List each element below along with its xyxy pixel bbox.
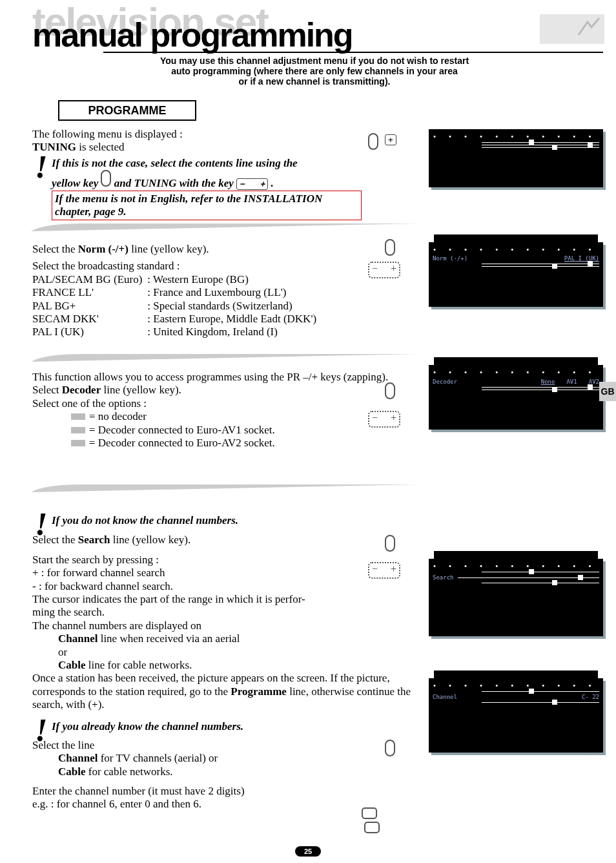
remote-capsule-icon xyxy=(385,740,417,759)
header-corner-icon xyxy=(540,14,604,44)
section-decoder: This function allows you to access progr… xyxy=(32,362,420,450)
s4-l8a: Cable xyxy=(58,659,86,671)
std-code: FRANCE LL' xyxy=(32,286,147,299)
std-desc: : Eastern Europe, Middle Eadt (DKK') xyxy=(147,313,322,326)
s4-l5: The cursor indicates the part of the ran… xyxy=(32,593,305,605)
exclaim-icon: ! xyxy=(35,720,47,740)
s4-l9b: Programme xyxy=(231,685,287,698)
remote-digit-key-icon xyxy=(362,807,394,827)
d4-label: Search xyxy=(433,574,454,581)
s1-emph1b-end: . xyxy=(271,177,273,189)
std-code: SECAM DKK' xyxy=(32,313,147,326)
s4-k3a: Cable xyxy=(58,765,86,778)
exclaim-icon: ! xyxy=(35,514,47,534)
std-desc: : United Kingdom, Ireland (I) xyxy=(147,326,322,338)
s4-l8b: line for cable networks. xyxy=(88,659,192,671)
divider-swoosh xyxy=(31,224,418,233)
s4-k1: Select the line xyxy=(32,739,420,752)
subtitle-line3: or if a new channel is transmitting). xyxy=(239,76,391,87)
s4-k2a: Channel xyxy=(58,752,98,764)
s1-tuning-post: is selected xyxy=(76,141,125,153)
std-desc: : Western Europe (BG) xyxy=(147,273,322,286)
remote-minus-plus-icon xyxy=(368,562,400,581)
remote-minus-plus-icon xyxy=(368,411,400,430)
s4-k4: Enter the channel number (it must have 2… xyxy=(32,785,245,797)
s4-note-unknown: If you do not know the channel numbers. xyxy=(52,514,238,526)
s4-l1b: Search xyxy=(78,534,110,546)
decoder-option: = Decoder connected to Euro-AV1 socket. xyxy=(71,424,420,437)
std-desc: : Special standards (Switzerland) xyxy=(147,300,322,313)
s1-emph1b-mid: and TUNING with the key xyxy=(114,177,236,189)
s4-l7b: line when received via an aerial xyxy=(101,632,240,645)
osd-diagram-channel: • • • • • • • • • • • Channel C- 22 xyxy=(429,678,603,753)
s4-l4: - : for backward channel search. xyxy=(32,580,420,593)
d5-value: C- 22 xyxy=(582,694,599,700)
yellow-key-icon xyxy=(101,170,111,187)
minus-plus-key-icon: − + xyxy=(236,178,268,190)
s4-k2b: for TV channels (aerial) or xyxy=(101,752,218,764)
s4-k3b: for cable networks. xyxy=(88,765,173,778)
d2-label-left: Norm (-/+) xyxy=(433,255,467,262)
s1-redbox: If the menu is not in English, refer to … xyxy=(52,191,362,221)
decoder-option: = Decoder connected to Euro-AV2 socket. xyxy=(71,437,420,450)
osd-diagram-programme: • • • • • • • • • • • xyxy=(429,129,603,187)
page-header: television set manual programming xyxy=(32,0,603,54)
osd-diagram-decoder: • • • • • • • • • • • Decoder None AV1 A… xyxy=(429,365,603,430)
s4-l7c: or xyxy=(58,646,67,658)
osd-diagram-norm: • • • • • • • • • • • Norm (-/+) PAL I (… xyxy=(429,242,603,307)
subtitle-line1: You may use this channel adjustment menu… xyxy=(160,56,469,66)
d3-label: Decoder xyxy=(433,379,457,385)
s1-emph1b-pre: yellow key xyxy=(52,177,101,189)
s4-l1c: line (yellow key). xyxy=(113,534,190,546)
std-code: PAL BG+ xyxy=(32,300,147,313)
section-search: ! If you do not know the channel numbers… xyxy=(32,504,420,811)
std-code: PAL/SECAM BG (Euro) xyxy=(32,273,147,286)
d5-label: Channel xyxy=(433,694,457,700)
std-code: PAL I (UK) xyxy=(32,326,147,338)
s4-l7a: Channel xyxy=(58,632,98,645)
s3-l2b: Decoder xyxy=(62,384,101,396)
page-number: 25 xyxy=(295,846,321,857)
s3-l2c: line (yellow key). xyxy=(103,384,181,396)
s1-emph1a: If this is not the case, select the cont… xyxy=(52,157,298,169)
divider-swoosh xyxy=(31,484,418,494)
s4-k5: e.g. : for channel 6, enter 0 and then 6… xyxy=(32,798,201,810)
remote-capsule-icon xyxy=(385,535,417,554)
decoder-option: = no decoder xyxy=(71,410,420,423)
s4-l3: + : for forward channel search xyxy=(32,567,420,579)
d2-label-right: PAL I (UK) xyxy=(564,255,599,262)
d3-opt-av1: AV1 xyxy=(566,379,577,385)
remote-capsule-icon xyxy=(385,382,417,402)
d3-opt-av2: AV2 xyxy=(589,379,599,385)
exclaim-icon: ! xyxy=(35,157,47,176)
s2-l2: Select the broadcasting standard : xyxy=(32,260,420,273)
d3-opt-none: None xyxy=(541,379,555,385)
s2-l1b: Norm (-/+) xyxy=(78,243,128,255)
subtitle-line2: auto programming (where there are only f… xyxy=(171,66,457,76)
remote-plus-key-icon: + xyxy=(385,133,417,152)
standards-table: PAL/SECAM BG (Euro): Western Europe (BG)… xyxy=(32,273,322,339)
section-programme: The following menu is displayed : TUNING… xyxy=(32,110,420,220)
main-title: manual programming xyxy=(32,16,603,54)
std-desc: : France and Luxembourg (LL') xyxy=(147,286,322,299)
osd-diagram-search: • • • • • • • • • • • Search xyxy=(429,559,603,636)
s4-l6: The channel numbers are displayed on xyxy=(32,619,420,632)
language-tab-gb: GB xyxy=(599,382,616,401)
s4-l5b: ming the search. xyxy=(32,606,105,618)
s4-note-known: If you already know the channel numbers. xyxy=(52,720,243,733)
s2-l1a: Select the xyxy=(32,243,78,255)
remote-capsule-icon xyxy=(385,239,417,258)
s3-l2a: Select xyxy=(32,384,62,396)
subtitle-banner: You may use this channel adjustment menu… xyxy=(26,52,603,90)
remote-minus-plus-icon xyxy=(368,262,400,281)
s4-l2: Start the search by pressing : xyxy=(32,554,420,567)
s2-l1c: line (yellow key). xyxy=(131,243,209,255)
s3-l1: This function allows you to access progr… xyxy=(32,371,388,383)
s1-line1: The following menu is displayed : xyxy=(32,128,183,140)
s3-l3: Select one of the options : xyxy=(32,397,420,410)
section-norm: Select the Norm (-/+) line (yellow key).… xyxy=(32,233,420,339)
